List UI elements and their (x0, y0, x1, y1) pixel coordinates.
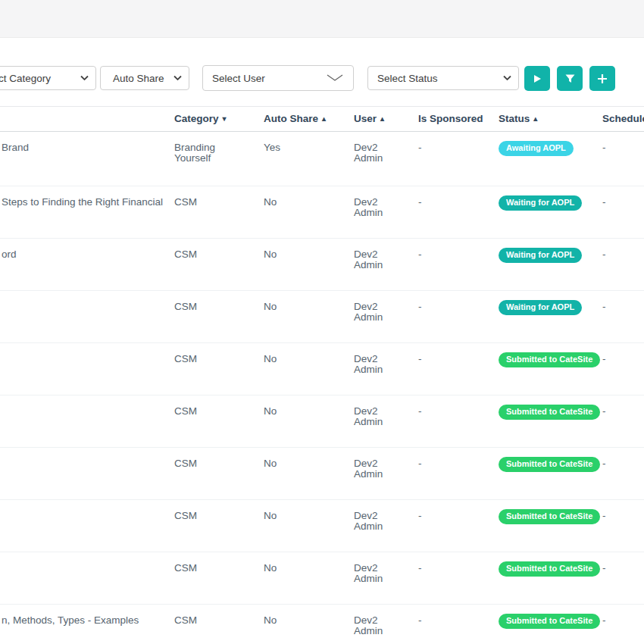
add-button[interactable] (589, 66, 615, 91)
chevron-down-icon (327, 74, 343, 82)
auto-share-cell: No (264, 406, 332, 417)
sort-caret-down-icon: ▾ (223, 114, 227, 123)
auto-share-cell: No (264, 458, 332, 469)
auto-share-cell: Yes (264, 142, 332, 153)
filter-bar: Select Category Auto Share Select User S… (0, 38, 644, 106)
header-user[interactable]: User▴ (354, 113, 384, 124)
user-cell: Dev2 Admin (354, 354, 402, 375)
table-row[interactable]: n, Methods, Types - Examples CSM No Dev2… (0, 605, 644, 644)
user-cell: Dev2 Admin (354, 406, 402, 427)
user-cell: Dev2 Admin (354, 511, 402, 532)
status-badge: Submitted to CateSite (499, 352, 600, 367)
table-row[interactable]: CSM No Dev2 Admin - Waiting for AOPL - (0, 291, 644, 343)
play-icon (533, 74, 542, 83)
chevron-down-icon (174, 76, 182, 81)
is-sponsored-cell: - (418, 406, 486, 417)
auto-share-select[interactable]: Auto Share (100, 66, 189, 90)
schedule-cell: - (602, 197, 644, 208)
status-cell: Waiting for AOPL (499, 195, 601, 211)
table-row[interactable]: CSM No Dev2 Admin - Submitted to CateSit… (0, 500, 644, 552)
auto-share-cell: No (264, 354, 332, 364)
table-row[interactable]: CSM No Dev2 Admin - Submitted to CateSit… (0, 448, 644, 500)
header-status[interactable]: Status▴ (499, 113, 537, 124)
user-cell: Dev2 Admin (354, 302, 402, 323)
status-badge: Waiting for AOPL (499, 195, 582, 211)
article-title: Steps to Finding the Right Financial (2, 197, 167, 208)
table-row[interactable]: CSM No Dev2 Admin - Submitted to CateSit… (0, 552, 644, 605)
status-cell: Submitted to CateSite (499, 614, 601, 629)
schedule-cell: - (602, 563, 644, 574)
category-cell: CSM (174, 511, 244, 521)
status-cell: Submitted to CateSite (499, 509, 601, 524)
chevron-down-icon (503, 76, 511, 81)
is-sponsored-cell: - (418, 249, 486, 260)
table-row[interactable]: ord CSM No Dev2 Admin - Waiting for AOPL… (0, 239, 644, 291)
category-select[interactable]: Select Category (0, 66, 96, 90)
category-cell: Branding Yourself (174, 142, 244, 164)
status-badge: Submitted to CateSite (499, 509, 600, 524)
schedule-cell: - (602, 511, 644, 521)
auto-share-cell: No (264, 249, 332, 260)
article-title: Brand (2, 142, 167, 153)
schedule-cell: - (602, 302, 644, 312)
article-title: ord (2, 249, 167, 260)
category-select-value: Select Category (0, 73, 51, 84)
status-badge: Waiting for AOPL (499, 300, 582, 315)
status-badge: Submitted to CateSite (499, 405, 600, 420)
category-cell: CSM (174, 615, 244, 626)
schedule-cell: - (602, 458, 644, 469)
status-badge: Submitted to CateSite (499, 457, 600, 472)
status-badge: Waiting for AOPL (499, 248, 582, 263)
category-cell: CSM (174, 354, 244, 364)
schedule-cell: - (602, 354, 644, 364)
is-sponsored-cell: - (418, 458, 486, 469)
status-cell: Submitted to CateSite (499, 352, 601, 367)
header-auto-share[interactable]: Auto Share▴ (264, 113, 326, 124)
category-cell: CSM (174, 563, 244, 574)
schedule-cell: - (602, 406, 644, 417)
articles-table: Category▾ Auto Share▴ User▴ Is Sponsored… (0, 106, 644, 644)
user-cell: Dev2 Admin (354, 249, 402, 270)
table-row[interactable]: Brand Branding Yourself Yes Dev2 Admin -… (0, 132, 644, 186)
header-is-sponsored: Is Sponsored (418, 113, 483, 124)
schedule-cell: - (602, 615, 644, 626)
user-cell: Dev2 Admin (354, 142, 402, 164)
auto-share-cell: No (264, 197, 332, 208)
header-schedule: Schedule (602, 113, 644, 124)
sort-caret-up-icon: ▴ (380, 114, 384, 123)
page: Select Category Auto Share Select User S… (0, 0, 644, 644)
status-cell: Waiting for AOPL (499, 300, 601, 315)
chevron-down-icon (80, 76, 89, 81)
table-row[interactable]: Steps to Finding the Right Financial CSM… (0, 186, 644, 239)
header-category[interactable]: Category▾ (174, 113, 244, 124)
auto-share-cell: No (264, 511, 332, 521)
status-badge: Awaiting AOPL (499, 141, 574, 156)
filter-button[interactable] (557, 66, 583, 91)
run-search-button[interactable] (524, 66, 550, 91)
is-sponsored-cell: - (418, 615, 486, 626)
plus-icon (597, 73, 608, 84)
user-select[interactable]: Select User (202, 65, 354, 91)
category-cell: CSM (174, 197, 244, 208)
status-select[interactable]: Select Status (367, 66, 519, 90)
auto-share-cell: No (264, 302, 332, 312)
category-cell: CSM (174, 302, 244, 312)
status-cell: Waiting for AOPL (499, 248, 601, 263)
category-cell: CSM (174, 406, 244, 417)
auto-share-cell: No (264, 563, 332, 574)
article-title: n, Methods, Types - Examples (2, 615, 167, 626)
table-header-row: Category▾ Auto Share▴ User▴ Is Sponsored… (0, 107, 644, 132)
is-sponsored-cell: - (418, 354, 486, 364)
status-select-value: Select Status (377, 73, 438, 84)
auto-share-select-value: Auto Share (113, 73, 164, 84)
table-row[interactable]: CSM No Dev2 Admin - Submitted to CateSit… (0, 343, 644, 395)
is-sponsored-cell: - (418, 511, 486, 521)
category-cell: CSM (174, 458, 244, 469)
user-select-value: Select User (212, 73, 265, 84)
funnel-icon (565, 74, 575, 83)
table-row[interactable]: CSM No Dev2 Admin - Submitted to CateSit… (0, 395, 644, 448)
user-cell: Dev2 Admin (354, 563, 402, 584)
top-bar (0, 0, 644, 38)
status-cell: Submitted to CateSite (499, 405, 601, 420)
user-cell: Dev2 Admin (354, 458, 402, 480)
